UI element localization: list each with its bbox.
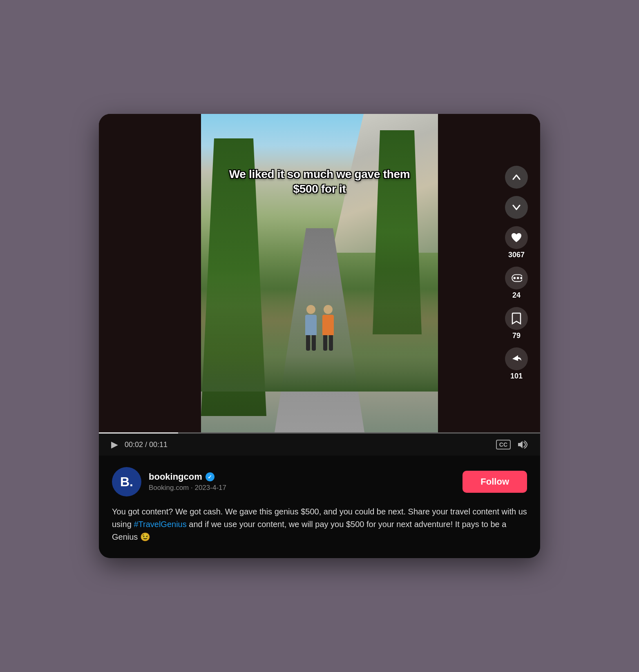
comment-button[interactable]: 24 — [505, 267, 528, 300]
nav-up-icon[interactable] — [505, 166, 528, 189]
progress-bar[interactable] — [99, 432, 540, 434]
verified-badge: ✓ — [206, 472, 214, 481]
bookmark-count: 79 — [512, 332, 521, 340]
nav-down-button[interactable] — [505, 196, 528, 219]
figure-1-legs — [306, 335, 316, 351]
share-button[interactable]: 101 — [505, 347, 528, 381]
hashtag[interactable]: #TravelGenius — [134, 520, 186, 529]
bookmark-icon[interactable] — [505, 307, 528, 330]
account-subtitle: Booking.com · 2023-4-17 — [149, 484, 455, 492]
description: You got content? We got cash. We gave th… — [112, 505, 527, 543]
time-display: 00:02 / 00:11 — [125, 441, 168, 449]
figure-2-head — [324, 305, 333, 314]
figure-2-legs — [323, 335, 333, 351]
time-total: 00:11 — [149, 441, 168, 449]
time-separator: / — [145, 441, 149, 449]
figure-2-body — [322, 315, 334, 335]
figure-1-leg-l — [306, 335, 310, 351]
video-right-bg: 3067 24 — [438, 114, 540, 432]
play-icon: ▶ — [111, 439, 118, 450]
figure-1-head — [306, 305, 315, 314]
figure-2 — [322, 305, 334, 351]
svg-point-1 — [517, 277, 519, 279]
account-name-row: bookingcom ✓ — [149, 472, 455, 482]
cc-button[interactable]: CC — [496, 440, 511, 449]
nav-up-button[interactable] — [505, 166, 528, 189]
video-left-bg — [99, 114, 201, 432]
video-card: We liked it so much we gave them $500 fo… — [99, 114, 540, 558]
figure-2-leg-r — [329, 335, 333, 351]
info-section: B. bookingcom ✓ Booking.com · 2023-4-17 … — [99, 456, 540, 558]
comment-count: 24 — [512, 291, 521, 300]
side-controls: 3067 24 — [505, 166, 528, 381]
video-caption-text: We liked it so much we gave them $500 fo… — [217, 167, 422, 197]
video-caption-overlay: We liked it so much we gave them $500 fo… — [201, 167, 438, 197]
bookmark-button[interactable]: 79 — [505, 307, 528, 340]
play-button[interactable]: ▶ — [111, 439, 118, 450]
walking-figures — [305, 305, 334, 351]
figure-1-leg-r — [312, 335, 316, 351]
share-count: 101 — [510, 372, 523, 381]
account-row: B. bookingcom ✓ Booking.com · 2023-4-17 … — [112, 467, 527, 496]
account-name: bookingcom — [149, 472, 202, 482]
svg-point-2 — [520, 277, 522, 279]
figure-1-body — [305, 315, 317, 335]
like-count: 3067 — [508, 251, 525, 259]
avatar-letter: B. — [120, 474, 133, 490]
figure-1 — [305, 305, 317, 351]
time-current: 00:02 — [125, 441, 143, 449]
like-button[interactable]: 3067 — [505, 226, 528, 259]
account-info: bookingcom ✓ Booking.com · 2023-4-17 — [149, 472, 455, 492]
share-icon[interactable] — [505, 347, 528, 370]
avatar: B. — [112, 467, 141, 496]
figure-2-leg-l — [323, 335, 327, 351]
video-container: We liked it so much we gave them $500 fo… — [99, 114, 540, 432]
video-background — [201, 114, 438, 432]
heart-icon[interactable] — [505, 226, 528, 249]
comment-icon[interactable] — [505, 267, 528, 289]
volume-button[interactable] — [517, 440, 528, 449]
nav-down-icon[interactable] — [505, 196, 528, 219]
svg-point-0 — [514, 277, 516, 279]
follow-button[interactable]: Follow — [462, 471, 527, 493]
progress-bar-fill — [99, 432, 178, 434]
video-frame[interactable]: We liked it so much we gave them $500 fo… — [201, 114, 438, 432]
controls-bar: ▶ 00:02 / 00:11 CC — [99, 434, 540, 456]
